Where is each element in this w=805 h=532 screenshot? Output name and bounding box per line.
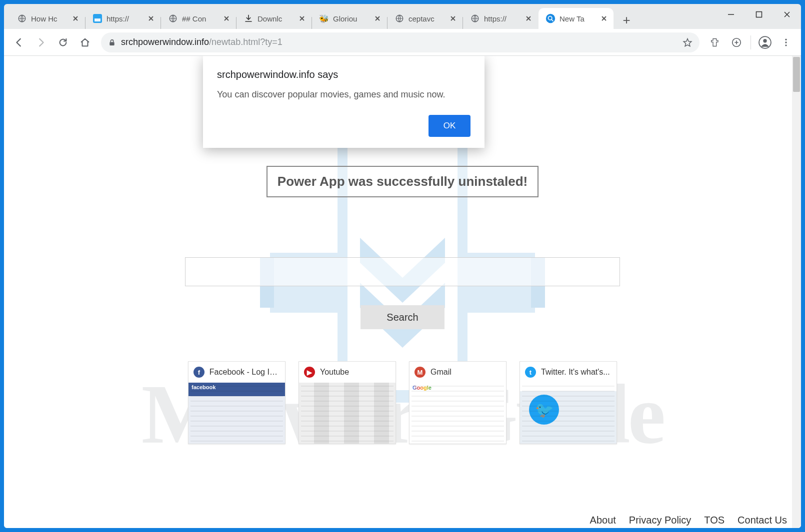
tab-close-button[interactable] xyxy=(146,14,156,23)
url-text: srchpowerwindow.info/newtab.html?ty=1 xyxy=(121,37,282,47)
svg-point-34 xyxy=(763,39,766,42)
browser-tab[interactable]: 🐝Gloriou xyxy=(312,8,387,29)
tab-close-button[interactable] xyxy=(600,14,608,23)
tile-title: Youtube xyxy=(320,368,349,377)
lock-icon xyxy=(108,38,116,46)
svg-point-37 xyxy=(785,44,786,46)
tile-thumbnail: 🐦 xyxy=(520,383,616,444)
search-icon xyxy=(546,13,556,23)
window-controls xyxy=(717,4,801,25)
browser-tab[interactable]: New Ta xyxy=(538,8,614,29)
vertical-scrollbar[interactable]: ▲ xyxy=(792,56,801,528)
globe-icon xyxy=(17,13,27,23)
toolbar: srchpowerwindow.info/newtab.html?ty=1 xyxy=(4,29,801,56)
dialog-origin: srchpowerwindow.info says xyxy=(217,69,470,80)
browser-tab[interactable]: ceptavc xyxy=(388,8,462,29)
dialog-ok-button[interactable]: OK xyxy=(428,115,470,137)
browser-tab[interactable]: Downlc xyxy=(236,8,312,29)
tab-title: Downlc xyxy=(258,14,294,23)
dialog-message: You can discover popular movies, games a… xyxy=(217,89,470,100)
quick-links-row: fFacebook - Log In...▶YoutubeMGmailtTwit… xyxy=(4,361,801,444)
tile-favicon-icon: ▶ xyxy=(304,367,315,378)
status-banner: Power App was successfully uninstaled! xyxy=(266,166,538,197)
bookmark-star-icon[interactable] xyxy=(682,37,692,47)
tab-close-button[interactable] xyxy=(71,14,80,23)
maximize-button[interactable] xyxy=(745,4,773,25)
svg-point-36 xyxy=(785,41,786,43)
quick-link-tile[interactable]: MGmail xyxy=(409,361,506,444)
minimize-button[interactable] xyxy=(717,4,745,25)
search-input[interactable] xyxy=(186,258,620,286)
globe-icon xyxy=(168,13,178,23)
tab-title: New Ta xyxy=(560,14,596,23)
address-bar[interactable]: srchpowerwindow.info/newtab.html?ty=1 xyxy=(101,32,700,52)
footer-link[interactable]: Privacy Policy xyxy=(629,515,691,526)
tab-close-button[interactable] xyxy=(298,14,306,23)
globe-icon xyxy=(470,13,480,23)
quick-link-tile[interactable]: tTwitter. It's what's...🐦 xyxy=(520,361,617,444)
back-button[interactable] xyxy=(9,32,29,52)
svg-rect-1 xyxy=(756,12,762,17)
tab-title: https:// xyxy=(484,14,520,23)
tab-title: https:// xyxy=(106,14,142,23)
scrollbar-thumb[interactable] xyxy=(793,57,800,92)
tab-title: Gloriou xyxy=(333,14,369,23)
tab-strip: How Hchttps://## ConDownlc🐝Gloriouceptav… xyxy=(4,4,801,29)
site-icon xyxy=(92,13,102,23)
page-viewport: MalwareGuide Power App was successfully … xyxy=(4,56,801,528)
footer-link[interactable]: Contact Us xyxy=(738,515,787,526)
profile-avatar-icon[interactable] xyxy=(755,32,775,52)
tab-title: ceptavc xyxy=(408,14,444,23)
tab-title: ## Con xyxy=(182,14,218,23)
bee-icon: 🐝 xyxy=(319,13,329,23)
footer-links: AboutPrivacy PolicyTOSContact Us xyxy=(590,515,787,526)
kebab-menu-icon[interactable] xyxy=(776,32,796,52)
forward-button[interactable] xyxy=(31,32,51,52)
add-to-circle-icon[interactable] xyxy=(726,32,746,52)
tab-close-button[interactable] xyxy=(524,14,533,23)
twitter-bird-icon: 🐦 xyxy=(529,395,559,425)
close-window-button[interactable] xyxy=(773,4,801,25)
search-box xyxy=(185,257,620,286)
tile-thumbnail xyxy=(410,383,506,444)
browser-tab[interactable]: https:// xyxy=(463,8,538,29)
tile-favicon-icon: M xyxy=(414,367,426,378)
svg-point-24 xyxy=(546,14,555,23)
tile-favicon-icon: t xyxy=(525,367,536,378)
tile-favicon-icon: f xyxy=(194,367,204,378)
download-icon xyxy=(244,13,254,23)
svg-rect-29 xyxy=(110,42,114,45)
tile-thumbnail xyxy=(299,383,396,444)
browser-tab[interactable]: https:// xyxy=(86,8,160,29)
footer-link[interactable]: About xyxy=(590,515,616,526)
footer-link[interactable]: TOS xyxy=(704,515,724,526)
tile-thumbnail xyxy=(188,383,285,444)
svg-rect-8 xyxy=(94,18,100,21)
separator xyxy=(750,35,751,49)
globe-icon xyxy=(394,13,404,23)
quick-link-tile[interactable]: fFacebook - Log In... xyxy=(188,361,286,444)
tab-close-button[interactable] xyxy=(448,14,458,23)
reload-button[interactable] xyxy=(53,32,73,52)
tile-title: Twitter. It's what's... xyxy=(541,368,610,377)
browser-tab[interactable]: How Hc xyxy=(10,8,85,29)
tab-close-button[interactable] xyxy=(373,14,382,23)
tab-title: How Hc xyxy=(31,14,67,23)
new-tab-button[interactable]: + xyxy=(618,11,636,29)
browser-tab[interactable]: ## Con xyxy=(161,8,236,29)
home-button[interactable] xyxy=(75,32,95,52)
quick-link-tile[interactable]: ▶Youtube xyxy=(298,361,396,444)
tile-title: Facebook - Log In... xyxy=(210,368,280,377)
tab-close-button[interactable] xyxy=(222,14,231,23)
javascript-alert-dialog: srchpowerwindow.info says You can discov… xyxy=(203,56,484,148)
search-button[interactable]: Search xyxy=(360,305,444,329)
extension-icon[interactable] xyxy=(706,32,726,52)
svg-point-35 xyxy=(785,38,786,40)
tile-title: Gmail xyxy=(430,368,452,377)
